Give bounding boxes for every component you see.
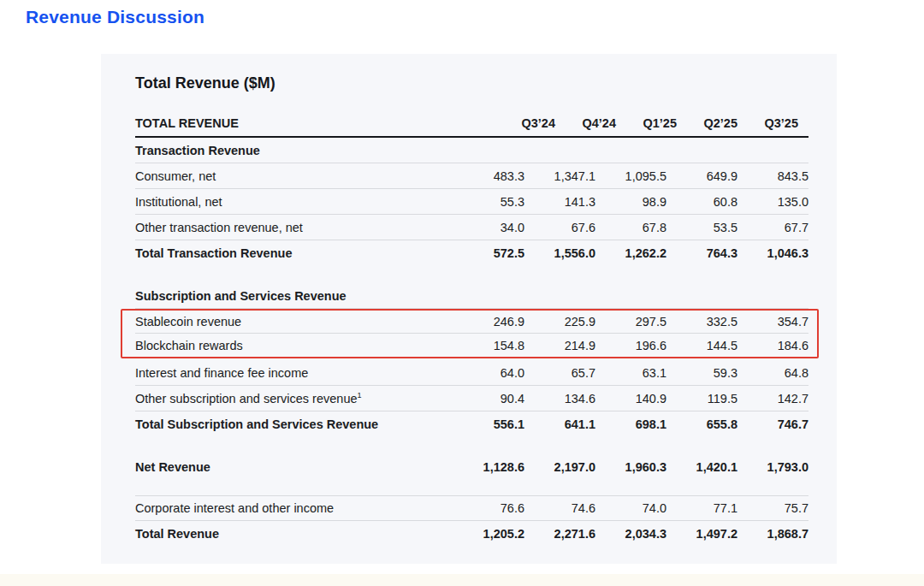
row-value: 2,271.6 xyxy=(524,527,595,541)
row-value: 572.5 xyxy=(453,246,524,260)
row-label: Net Revenue xyxy=(135,460,453,474)
row-value: 698.1 xyxy=(595,417,666,431)
row-value: 196.6 xyxy=(595,339,666,352)
row-value: 649.9 xyxy=(666,169,737,183)
table-row: Net Revenue1,128.62,197.01,960.31,420.11… xyxy=(135,454,808,480)
row-value: 67.7 xyxy=(737,221,808,234)
row-label: Stablecoin revenue xyxy=(135,315,453,329)
table-row: Other subscription and services revenue1… xyxy=(135,386,808,411)
highlight-box: Stablecoin revenue246.9225.9297.5332.535… xyxy=(121,309,819,358)
table-row: Total Transaction Revenue572.51,556.01,2… xyxy=(135,240,808,266)
row-value: 214.9 xyxy=(524,339,595,352)
table-spacer xyxy=(135,480,808,495)
row-value: 140.9 xyxy=(595,392,666,405)
row-value: 746.7 xyxy=(737,417,808,431)
row-value: 141.3 xyxy=(524,195,595,209)
table-row: Subscription and Services Revenue xyxy=(135,283,808,309)
table-header-quarter: Q4’24 xyxy=(566,116,626,130)
row-value: 65.7 xyxy=(524,366,595,380)
row-label: Total Revenue xyxy=(135,527,453,541)
row-value: 74.0 xyxy=(595,501,666,515)
bottom-strip xyxy=(0,574,924,586)
row-value: 59.3 xyxy=(666,366,737,380)
row-value: 1,556.0 xyxy=(524,246,595,260)
row-value: 843.5 xyxy=(737,169,808,183)
row-value: 1,262.2 xyxy=(595,246,666,260)
table-row: Corporate interest and other income76.67… xyxy=(135,495,808,521)
row-value: 76.6 xyxy=(453,501,524,515)
row-label: Blockchain rewards xyxy=(135,339,453,352)
row-value: 556.1 xyxy=(453,417,524,431)
row-value: 1,960.3 xyxy=(595,460,666,474)
row-value: 55.3 xyxy=(453,195,524,209)
table-row: Blockchain rewards154.8214.9196.6144.518… xyxy=(135,334,808,357)
row-value: 483.3 xyxy=(453,169,524,183)
row-value: 53.5 xyxy=(666,221,737,234)
table-title: Total Revenue ($M) xyxy=(135,74,808,92)
table-spacer xyxy=(135,437,808,454)
table-row: Other transaction revenue, net34.067.667… xyxy=(135,215,808,240)
row-value: 1,420.1 xyxy=(666,460,737,474)
row-value: 1,095.5 xyxy=(595,169,666,183)
row-value: 225.9 xyxy=(524,315,595,329)
row-value: 135.0 xyxy=(737,195,808,209)
row-label: Total Transaction Revenue xyxy=(135,246,453,260)
table-row: Total Revenue1,205.22,271.62,034.31,497.… xyxy=(135,521,808,547)
row-value: 246.9 xyxy=(453,315,524,329)
row-value: 98.9 xyxy=(595,195,666,209)
row-value: 64.0 xyxy=(453,366,524,380)
row-value: 64.8 xyxy=(737,366,808,380)
revenue-table-card: Total Revenue ($M) TOTAL REVENUE Q3’24Q4… xyxy=(101,54,837,564)
table-row: Transaction Revenue xyxy=(135,138,808,163)
row-value: 764.3 xyxy=(666,246,737,260)
row-value: 34.0 xyxy=(453,221,524,234)
table-header-quarter: Q2’25 xyxy=(687,116,748,130)
row-value: 655.8 xyxy=(666,417,737,431)
row-value: 641.1 xyxy=(524,417,595,431)
footnote-marker: 1 xyxy=(358,391,362,400)
table-row: Consumer, net483.31,347.11,095.5649.9843… xyxy=(135,163,808,189)
table-row: Institutional, net55.3141.398.960.8135.0 xyxy=(135,189,808,215)
row-value: 60.8 xyxy=(666,195,737,209)
table-row: Stablecoin revenue246.9225.9297.5332.535… xyxy=(135,311,808,334)
row-label: Interest and finance fee income xyxy=(135,366,453,380)
row-label: Subscription and Services Revenue xyxy=(135,289,808,303)
row-value: 63.1 xyxy=(595,366,666,380)
table-spacer xyxy=(135,266,808,283)
page: Revenue Discussion Total Revenue ($M) TO… xyxy=(0,0,924,586)
row-label: Consumer, net xyxy=(135,169,453,183)
page-title: Revenue Discussion xyxy=(26,7,204,27)
row-value: 354.7 xyxy=(737,315,808,329)
row-value: 75.7 xyxy=(737,501,808,515)
row-value: 119.5 xyxy=(666,392,737,405)
row-value: 1,128.6 xyxy=(453,460,524,474)
row-value: 1,205.2 xyxy=(453,527,524,541)
table-header-quarter: Q1’25 xyxy=(626,116,687,130)
row-value: 184.6 xyxy=(737,339,808,352)
table-header-row: TOTAL REVENUE Q3’24Q4’24Q1’25Q2’25Q3’25 xyxy=(135,110,808,138)
row-value: 1,347.1 xyxy=(524,169,595,183)
table-header-quarter: Q3’25 xyxy=(748,116,808,130)
row-value: 1,793.0 xyxy=(737,460,808,474)
row-value: 1,868.7 xyxy=(737,527,808,541)
row-label: Other subscription and services revenue1 xyxy=(135,392,453,405)
row-value: 154.8 xyxy=(453,339,524,352)
row-value: 77.1 xyxy=(666,501,737,515)
row-value: 74.6 xyxy=(524,501,595,515)
row-label: Corporate interest and other income xyxy=(135,501,453,515)
row-label: Total Subscription and Services Revenue xyxy=(135,417,453,431)
row-label: Institutional, net xyxy=(135,195,453,209)
table-row: Interest and finance fee income64.065.76… xyxy=(135,360,808,386)
row-value: 90.4 xyxy=(453,392,524,405)
row-value: 134.6 xyxy=(524,392,595,405)
row-value: 297.5 xyxy=(595,315,666,329)
row-value: 2,197.0 xyxy=(524,460,595,474)
table-header-quarter: Q3’24 xyxy=(505,116,566,130)
row-label: Transaction Revenue xyxy=(135,144,808,157)
row-value: 142.7 xyxy=(737,392,808,405)
row-value: 332.5 xyxy=(666,315,737,329)
row-value: 1,497.2 xyxy=(666,527,737,541)
table-row: Total Subscription and Services Revenue5… xyxy=(135,411,808,437)
row-value: 2,034.3 xyxy=(595,527,666,541)
row-label: Other transaction revenue, net xyxy=(135,221,453,234)
